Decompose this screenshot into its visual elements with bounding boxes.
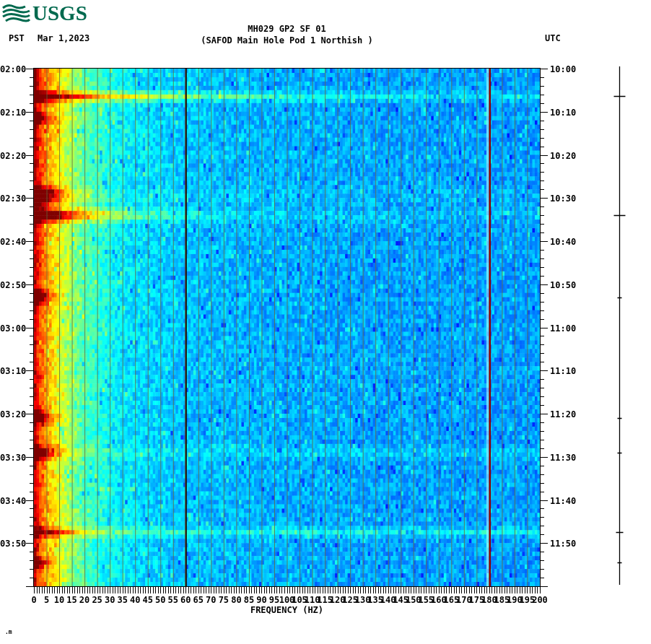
right-time-label: 11:40 (550, 496, 582, 506)
left-time-label: 02:20 (0, 151, 25, 161)
left-time-label: 03:40 (0, 496, 25, 506)
left-time-label: 02:10 (0, 108, 25, 118)
right-time-label: 11:00 (550, 323, 582, 334)
left-time-label: 03:00 (0, 323, 25, 334)
corner-mark: .m (5, 629, 12, 635)
left-time-label: 03:10 (0, 366, 25, 376)
left-time-label: 02:40 (0, 237, 25, 247)
right-time-label: 10:00 (550, 64, 582, 74)
usgs-logo-text: USGS (32, 1, 87, 25)
right-time-label: 10:20 (550, 151, 582, 161)
chart-title: MH029 GP2 SF 01 (34, 24, 540, 34)
left-time-label: 02:00 (0, 64, 25, 74)
timezone-left-label: PST (9, 33, 25, 43)
usgs-wave-icon (2, 3, 31, 25)
left-time-label: 03:30 (0, 453, 25, 463)
right-time-label: 11:50 (550, 539, 582, 549)
left-time-label: 03:20 (0, 409, 25, 419)
right-time-label: 10:40 (550, 237, 582, 247)
x-axis-title: FREQUENCY (HZ) (34, 605, 540, 615)
right-time-label: 11:10 (550, 366, 582, 376)
right-time-label: 11:20 (550, 409, 582, 419)
usgs-logo: USGS (2, 1, 87, 25)
right-time-label: 11:30 (550, 453, 582, 463)
spectrogram-page: USGS PST Mar 1,2023 MH029 GP2 SF 01 (SAF… (0, 0, 651, 644)
freq-tick-label: 200 (525, 595, 554, 605)
timezone-right-label: UTC (545, 33, 561, 43)
right-time-label: 10:30 (550, 193, 582, 204)
left-time-label: 03:50 (0, 539, 25, 549)
left-time-label: 02:50 (0, 280, 25, 290)
right-time-label: 10:10 (550, 108, 582, 118)
chart-subtitle: (SAFOD Main Hole Pod 1 Northish ) (34, 35, 540, 45)
right-time-label: 10:50 (550, 280, 582, 290)
left-time-label: 02:30 (0, 193, 25, 204)
